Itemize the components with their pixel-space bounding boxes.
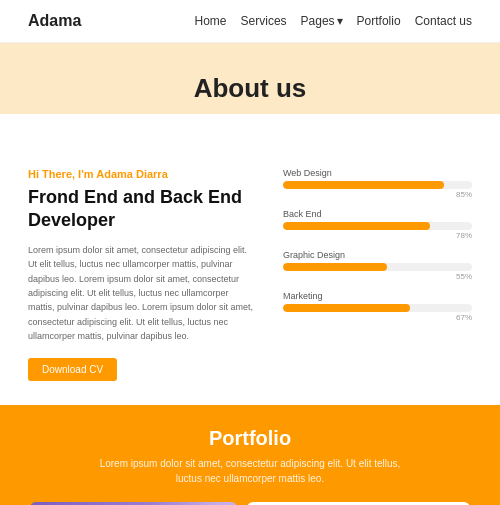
skill-bar-bg — [283, 304, 472, 312]
navbar: Adama Home Services Pages ▾ Portfolio Co… — [0, 0, 500, 43]
hero-section: About us — [0, 43, 500, 144]
skill-label: Back End — [283, 209, 472, 219]
skill-label: Web Design — [283, 168, 472, 178]
about-left: Hi There, I'm Adama Diarra Frond End and… — [28, 168, 255, 381]
portfolio-title: Portfolio — [20, 427, 480, 450]
skills-section: Web Design 85% Back End 78% Graphic Desi… — [283, 168, 472, 381]
card-inner: We are the Best ProfessionalDesign Agenc… — [30, 502, 237, 505]
portfolio-cards: We are the Best ProfessionalDesign Agenc… — [20, 502, 480, 505]
skill-percent: 55% — [283, 272, 472, 281]
nav-contact[interactable]: Contact us — [415, 14, 472, 28]
nav-services[interactable]: Services — [241, 14, 287, 28]
skill-label: Graphic Design — [283, 250, 472, 260]
navbar-logo: Adama — [28, 12, 81, 30]
portfolio-description: Lorem ipsum dolor sit amet, consectetur … — [20, 456, 480, 486]
about-content: Hi There, I'm Adama Diarra Frond End and… — [0, 144, 500, 405]
skill-web-design: Web Design 85% — [283, 168, 472, 199]
skill-bar-fill — [283, 222, 430, 230]
nav-portfolio[interactable]: Portfolio — [357, 14, 401, 28]
skill-bar-bg — [283, 263, 472, 271]
portfolio-card-agency[interactable]: We are the Best ProfessionalDesign Agenc… — [30, 502, 237, 505]
skill-bar-fill — [283, 263, 387, 271]
download-cv-button[interactable]: Download CV — [28, 358, 117, 381]
skill-back-end: Back End 78% — [283, 209, 472, 240]
about-greeting: Hi There, I'm Adama Diarra — [28, 168, 255, 180]
nav-pages[interactable]: Pages ▾ — [301, 14, 343, 28]
skill-bar-fill — [283, 304, 410, 312]
skill-percent: 78% — [283, 231, 472, 240]
portfolio-section: Portfolio Lorem ipsum dolor sit amet, co… — [0, 405, 500, 505]
nav-home[interactable]: Home — [195, 14, 227, 28]
about-heading: Frond End and Back End Developer — [28, 186, 255, 233]
skill-percent: 67% — [283, 313, 472, 322]
hero-title: About us — [20, 73, 480, 104]
about-description: Lorem ipsum dolor sit amet, consectetur … — [28, 243, 255, 344]
portfolio-card-datamining[interactable]: DataMining — [247, 502, 470, 505]
chevron-down-icon: ▾ — [337, 14, 343, 28]
skill-label: Marketing — [283, 291, 472, 301]
skill-graphic-design: Graphic Design 55% — [283, 250, 472, 281]
navbar-links: Home Services Pages ▾ Portfolio Contact … — [195, 14, 472, 28]
skill-marketing: Marketing 67% — [283, 291, 472, 322]
skill-bar-fill — [283, 181, 444, 189]
skill-bar-bg — [283, 222, 472, 230]
skill-bar-bg — [283, 181, 472, 189]
skill-percent: 85% — [283, 190, 472, 199]
